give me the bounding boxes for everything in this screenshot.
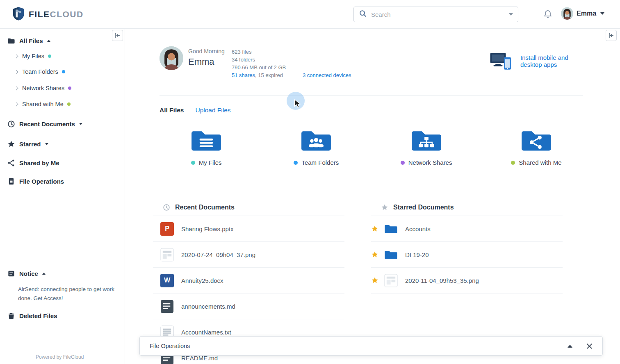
sidebar-item-my-files[interactable]: My Files (15, 50, 51, 62)
star-icon[interactable] (371, 277, 378, 284)
sidebar-item-file-operations[interactable]: File Operations (7, 175, 64, 187)
notice-icon (7, 270, 15, 278)
shared-with-me-folder-icon (520, 128, 553, 153)
search-input[interactable] (371, 11, 505, 18)
tab-upload-files[interactable]: Upload Files (195, 107, 230, 114)
collapse-left-icon (114, 32, 121, 39)
chevron-down-icon (79, 123, 82, 125)
sidebar-item-network-shares[interactable]: Network Shares (15, 82, 71, 94)
star-icon[interactable] (371, 251, 378, 258)
star-icon[interactable] (371, 225, 378, 232)
sidebar-item-starred[interactable]: Starred (7, 138, 48, 150)
collapse-panel-icon[interactable] (568, 345, 572, 348)
sidebar-item-label: Shared by Me (19, 159, 59, 166)
mouse-cursor (294, 99, 301, 108)
sidebar-item-label: Team Folders (22, 68, 58, 75)
tab-all-files[interactable]: All Files (160, 107, 184, 114)
shares-expired-text: , 15 expired (255, 72, 283, 78)
file-name: Sharing Flows.pptx (181, 225, 234, 232)
shortcut-my-files[interactable]: My Files (151, 128, 261, 166)
notice-text: AirSend: connecting people to get work d… (18, 285, 120, 303)
brand-bold: FILE (29, 9, 50, 19)
status-dot (67, 102, 71, 106)
file-name: AccountNames.txt (181, 329, 231, 336)
recent-file-row[interactable]: 2020-07-24_09h04_37.png (153, 242, 344, 268)
sidebar-item-shared-by-me[interactable]: Shared by Me (7, 157, 59, 169)
sidebar-item-deleted-files[interactable]: Deleted Files (7, 309, 57, 322)
star-icon (381, 204, 388, 211)
file-name: Accounts (405, 225, 431, 232)
recent-documents-header: Recent Documents (153, 199, 344, 216)
install-apps[interactable]: Install mobile and desktop apps (489, 52, 582, 71)
starred-file-row[interactable]: Accounts (371, 216, 563, 242)
document-icon (7, 177, 15, 185)
shortcut-team-folders[interactable]: Team Folders (261, 128, 371, 166)
file-operations-title: File Operations (150, 343, 190, 349)
powered-by-text: Powered by FileCloud (36, 354, 84, 360)
status-dot (401, 161, 405, 165)
user-avatar (561, 7, 573, 20)
sidebar-item-label: File Operations (19, 178, 64, 185)
sidebar-collapse-button[interactable] (112, 30, 123, 41)
sidebar-item-notice[interactable]: Notice (7, 267, 46, 280)
sidebar-item-shared-with-me[interactable]: Shared with Me (15, 98, 71, 110)
user-menu[interactable]: Emma (561, 7, 604, 20)
folder-icon (384, 222, 398, 236)
sidebar-item-label: Network Shares (22, 85, 64, 91)
devices-icon (489, 52, 513, 71)
brand-light: CLOUD (50, 9, 84, 19)
file-name: 2020-07-24_09h04_37.png (181, 251, 255, 258)
chevron-right-icon (14, 102, 18, 106)
brand-text: FILECLOUD (29, 9, 84, 19)
notifications-button[interactable] (543, 9, 554, 20)
connected-devices-link[interactable]: 3 connected devices (303, 72, 351, 78)
shortcut-label: Shared with Me (519, 159, 561, 166)
recent-file-row[interactable]: W Annuity25.docx (153, 268, 344, 293)
image-file-icon (160, 248, 174, 262)
team-folders-folder-icon (300, 128, 333, 153)
search-scope-dropdown-icon[interactable] (509, 13, 513, 16)
starred-file-row[interactable]: 2020-11-04_09h53_35.png (371, 268, 563, 293)
filecloud-logo[interactable]: FILECLOUD (12, 7, 84, 22)
sidebar-item-all-files[interactable]: All Files (7, 34, 50, 47)
recent-file-row[interactable]: announcements.md (153, 293, 344, 319)
main-content: Good Morning Emma 623 files 34 folders 7… (125, 29, 620, 364)
shortcut-shared-with-me[interactable]: Shared with Me (481, 128, 591, 166)
chevron-down-icon (45, 143, 48, 145)
shortcut-label: Team Folders (301, 159, 339, 166)
file-name: 2020-11-04_09h53_35.png (405, 277, 479, 284)
user-menu-caret-icon (600, 12, 604, 15)
status-dot (511, 161, 515, 165)
folder-shortcuts: My Files Team Folders Network Shares (151, 128, 591, 166)
shortcut-label: My Files (199, 159, 222, 166)
file-name: announcements.md (181, 303, 235, 310)
markdown-file-icon (160, 300, 174, 313)
panel-collapse-button[interactable] (606, 30, 617, 41)
status-dot (294, 161, 298, 165)
shares-link[interactable]: 51 shares (232, 72, 255, 78)
file-operations-bar: File Operations (139, 336, 603, 356)
chevron-right-icon (14, 86, 18, 90)
sidebar-item-recent-documents[interactable]: Recent Documents (7, 118, 82, 130)
recent-file-row[interactable]: P Sharing Flows.pptx (153, 216, 344, 242)
sidebar-item-team-folders[interactable]: Team Folders (15, 66, 65, 78)
top-bar: FILECLOUD Emma (0, 0, 620, 29)
install-apps-link[interactable]: Install mobile and desktop apps (520, 54, 582, 68)
file-name: Annuity25.docx (181, 277, 223, 284)
pptx-file-icon: P (160, 222, 174, 236)
shortcut-network-shares[interactable]: Network Shares (372, 128, 481, 166)
panel-title: Starred Documents (393, 204, 454, 211)
starred-documents-header: Starred Documents (371, 199, 563, 216)
user-name: Emma (577, 10, 596, 17)
sidebar-item-label: Starred (19, 141, 41, 148)
close-icon[interactable] (586, 343, 593, 349)
chevron-right-icon (14, 70, 18, 74)
star-icon (7, 140, 15, 148)
search-box[interactable] (353, 7, 518, 22)
sidebar-item-label: Shared with Me (22, 101, 64, 107)
starred-file-row[interactable]: DI 19-20 (371, 242, 563, 268)
filecloud-dashboard: { "header": { "brand": { "bold": "FILE",… (0, 0, 620, 364)
stat-storage: 790.66 MB out of 2 GB (232, 64, 351, 71)
sidebar-item-label: All Files (19, 37, 43, 44)
section-divider (160, 95, 583, 96)
